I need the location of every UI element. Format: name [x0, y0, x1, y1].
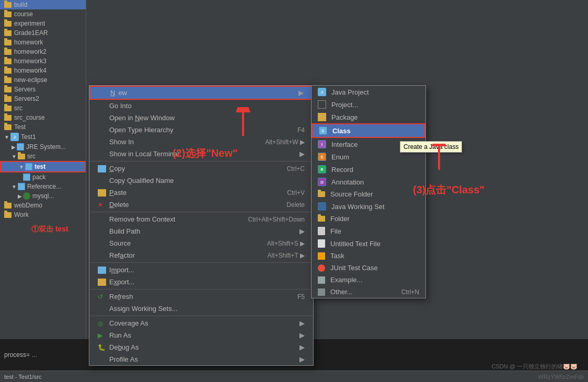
enum-icon: E [318, 153, 326, 161]
separator-4 [89, 289, 313, 290]
menu-item-record[interactable]: R Record [312, 163, 425, 176]
menu-item-open-type-hierarchy[interactable]: Open Type Hierarchy F4 [89, 124, 313, 136]
menu-item-source[interactable]: Source Alt+Shift+S ▶ [89, 237, 313, 249]
folder-icon [4, 124, 11, 130]
menu-item-untitled-text-file[interactable]: Untitled Text File [312, 237, 425, 250]
java-project-icon: J [10, 133, 19, 141]
context-menu-main: New ▶ Go Into Open in New Window Open Ty… [89, 85, 314, 366]
menu-item-folder[interactable]: Folder [312, 213, 425, 225]
src-folder-icon [18, 154, 25, 159]
sidebar-item-new-eclipse[interactable]: new-eclipse [0, 75, 86, 85]
annotation-test-doubleclick: ①双击 test [31, 225, 68, 234]
status-bar: test - Test1/src WRzYW5zZmFsb [0, 371, 588, 382]
folder-icon [4, 11, 11, 17]
run-icon: ▶ [98, 332, 106, 339]
sidebar-item-build[interactable]: build [0, 0, 86, 9]
folder-icon [4, 96, 11, 102]
sidebar-item-test[interactable]: Test [0, 122, 86, 132]
status-right: WRzYW5zZmFsb [538, 374, 584, 380]
sidebar-item-reference[interactable]: ▼ Reference... [0, 182, 86, 191]
menu-item-new[interactable]: New ▶ [89, 86, 313, 100]
sidebar-item-work[interactable]: Work [0, 210, 86, 219]
menu-item-junit-test-case[interactable]: JUnit Test Case [312, 262, 425, 274]
menu-item-export[interactable]: Export... [89, 276, 313, 288]
coverage-icon: ◎ [98, 320, 106, 327]
sidebar-item-homework2[interactable]: homework2 [0, 47, 86, 56]
menu-item-coverage-as[interactable]: ◎ Coverage As ▶ [89, 317, 313, 329]
package-icon [318, 113, 326, 121]
annotation-icon: @ [318, 178, 326, 186]
java-project-icon: J [318, 88, 326, 96]
sidebar-item-test-package[interactable]: ▼ test [0, 161, 86, 172]
jre-icon [17, 143, 24, 151]
menu-item-package[interactable]: Package [312, 111, 425, 123]
record-icon: R [318, 165, 326, 173]
sidebar-item-course[interactable]: course [0, 9, 86, 19]
menu-item-project[interactable]: Project... [312, 98, 425, 111]
menu-item-run-as[interactable]: ▶ Run As ▶ [89, 329, 313, 341]
file-icon [318, 227, 325, 235]
menu-item-assign-working-sets[interactable]: Assign Working Sets... [89, 303, 313, 315]
sidebar-item-jre[interactable]: ▶ JRE System... [0, 142, 86, 152]
folder-icon [4, 49, 11, 55]
folder-icon [4, 59, 11, 64]
sidebar-item-test1[interactable]: ▼ J Test1 [0, 132, 86, 142]
sidebar-item-grade1ear[interactable]: Grade1EAR [0, 28, 86, 38]
sidebar-item-homework3[interactable]: homework3 [0, 56, 86, 66]
menu-item-debug-as[interactable]: 🐛 Debug As ▶ [89, 341, 313, 353]
export-icon [98, 279, 106, 286]
import-icon [98, 267, 106, 274]
menu-item-build-path[interactable]: Build Path ▶ [89, 225, 313, 237]
sidebar-item-experiment[interactable]: experiment [0, 19, 86, 28]
folder-icon [4, 87, 11, 92]
folder-icon [4, 77, 11, 83]
sidebar-item-servers2[interactable]: Servers2 [0, 94, 86, 103]
menu-item-file[interactable]: File [312, 225, 425, 237]
menu-item-source-folder[interactable]: Source Folder [312, 188, 425, 200]
task-icon [318, 252, 325, 260]
menu-item-java-project[interactable]: J Java Project [312, 86, 425, 98]
example-icon [318, 276, 325, 284]
menu-item-delete[interactable]: ✕ Delete Delete [89, 199, 313, 211]
delete-icon: ✕ [98, 201, 106, 209]
annotation-click-class: (3)点击"Class" [413, 183, 485, 197]
sidebar-item-src[interactable]: src [0, 103, 86, 113]
menu-item-other[interactable]: Other... Ctrl+N [312, 286, 425, 298]
menu-item-open-new-window[interactable]: Open in New Window [89, 112, 313, 124]
menu-item-task[interactable]: Task [312, 250, 425, 262]
package-icon [25, 163, 32, 170]
folder-icon [4, 40, 11, 45]
menu-item-remove-context[interactable]: Remove from Context Ctrl+Alt+Shift+Down [89, 213, 313, 225]
text-file-icon [318, 239, 325, 248]
menu-item-profile-as[interactable]: Profile As ▶ [89, 353, 313, 365]
other-icon [318, 288, 325, 296]
sidebar-item-servers[interactable]: Servers [0, 85, 86, 94]
project-icon [318, 100, 326, 109]
menu-item-import[interactable]: Import... [89, 264, 313, 276]
sidebar-item-mysql[interactable]: ▶ mysql... [0, 191, 86, 201]
menu-item-refresh[interactable]: ↺ Refresh F5 [89, 291, 313, 303]
folder-icon [4, 2, 11, 8]
sidebar-item-homework[interactable]: homework [0, 38, 86, 47]
sidebar-item-src-course[interactable]: src_course [0, 113, 86, 122]
sidebar-item-src-folder[interactable]: ▼ src [0, 152, 86, 161]
folder-icon [4, 68, 11, 74]
menu-item-go-into[interactable]: Go Into [89, 100, 313, 112]
sidebar-item-pack[interactable]: pack [0, 172, 86, 182]
sidebar-item-homework4[interactable]: homework4 [0, 66, 86, 75]
menu-item-copy-qualified[interactable]: Copy Qualified Name [89, 175, 313, 187]
menu-item-example[interactable]: Example... [312, 274, 425, 286]
menu-item-java-working-set[interactable]: Java Working Set [312, 200, 425, 213]
folder-icon [4, 106, 11, 111]
sidebar-item-webdemo[interactable]: webDemo [0, 201, 86, 210]
project-explorer: build course experiment Grade1EAR homewo… [0, 0, 86, 382]
menu-item-annotation[interactable]: @ Annotation [312, 176, 425, 188]
pack-icon [23, 173, 30, 181]
menu-item-copy[interactable]: Copy Ctrl+C [89, 163, 313, 175]
menu-item-refactor[interactable]: Refactor Alt+Shift+T ▶ [89, 249, 313, 261]
separator-1 [89, 161, 313, 161]
menu-item-paste[interactable]: Paste Ctrl+V [89, 187, 313, 199]
context-menu-new-submenu: J Java Project Project... Package C Clas… [311, 85, 426, 298]
menu-item-class[interactable]: C Class [312, 123, 425, 138]
folder-icon [4, 30, 11, 36]
